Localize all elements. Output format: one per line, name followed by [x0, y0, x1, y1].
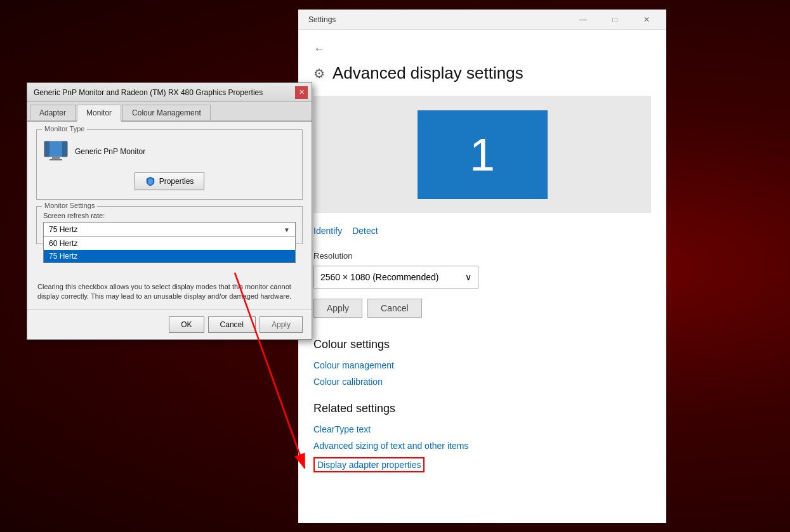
resolution-dropdown[interactable]: 2560 × 1080 (Recommended) ∨ [313, 266, 478, 289]
dialog-titlebar: Generic PnP Monitor and Radeon (TM) RX 4… [27, 83, 312, 102]
page-title: Advanced display settings [332, 63, 523, 83]
dropdown-option-60hz[interactable]: 60 Hertz [44, 237, 295, 250]
tab-monitor[interactable]: Monitor [77, 105, 121, 122]
action-buttons: Apply Cancel [313, 299, 651, 318]
disclaimer-text: Clearing this checkbox allows you to sel… [36, 282, 303, 302]
close-button[interactable]: ✕ [632, 10, 661, 30]
dialog-title: Generic PnP Monitor and Radeon (TM) RX 4… [34, 88, 263, 97]
tab-colour-management[interactable]: Colour Management [122, 105, 211, 120]
colour-settings-title: Colour settings [313, 338, 651, 351]
advanced-sizing-link[interactable]: Advanced sizing of text and other items [313, 441, 651, 451]
display-adapter-properties-link[interactable]: Display adapter properties [313, 457, 425, 472]
svg-rect-1 [49, 141, 62, 157]
dialog-close-button[interactable]: ✕ [295, 86, 308, 99]
dialog-footer: OK Cancel Apply [27, 309, 312, 339]
properties-btn-label: Properties [159, 177, 194, 186]
refresh-rate-value: 75 Hertz [49, 225, 77, 234]
dropdown-list: 60 Hertz 75 Hertz [43, 237, 296, 263]
maximize-button[interactable]: □ [600, 10, 629, 30]
monitor-preview-box[interactable]: 1 [418, 110, 548, 199]
resolution-label: Resolution [313, 251, 651, 261]
properties-button[interactable]: Properties [135, 172, 205, 190]
detect-button[interactable]: Detect [352, 226, 378, 236]
monitor-type-label: Monitor Type [42, 125, 87, 133]
colour-calibration-link[interactable]: Colour calibration [313, 377, 651, 387]
tab-adapter[interactable]: Adapter [30, 105, 76, 120]
svg-rect-2 [52, 157, 60, 159]
dialog-tabs: Adapter Monitor Colour Management [27, 102, 312, 122]
properties-dialog: Generic PnP Monitor and Radeon (TM) RX 4… [27, 82, 312, 340]
monitor-settings-label: Monitor Settings [42, 202, 97, 209]
back-navigation: ← [313, 42, 651, 56]
settings-window: Settings — □ ✕ ← ⚙ Advanced display sett… [298, 10, 666, 523]
settings-titlebar: Settings — □ ✕ [298, 10, 666, 30]
cancel-button[interactable]: Cancel [208, 316, 256, 333]
refresh-rate-dropdown[interactable]: 75 Hertz ▼ [43, 222, 296, 237]
settings-title: Settings [308, 15, 336, 24]
ok-button[interactable]: OK [169, 316, 204, 333]
monitor-icon [43, 140, 69, 162]
colour-settings-section: Colour settings Colour management Colour… [313, 338, 651, 387]
dropdown-arrow-icon: ▼ [284, 226, 290, 233]
monitor-type-row: Generic PnP Monitor [43, 140, 296, 162]
cancel-button[interactable]: Cancel [367, 299, 422, 318]
svg-rect-3 [49, 159, 62, 160]
monitor-number: 1 [470, 129, 495, 181]
resolution-value: 2560 × 1080 (Recommended) [320, 272, 438, 282]
settings-content: ← ⚙ Advanced display settings 1 Identify… [298, 30, 666, 523]
monitor-type-group: Monitor Type Generic PnP Monitor [36, 129, 303, 200]
monitor-settings-group: Monitor Settings Screen refresh rate: 75… [36, 206, 303, 244]
monitor-name: Generic PnP Monitor [75, 147, 145, 156]
apply-button[interactable]: Apply [313, 299, 362, 318]
settings-header: ⚙ Advanced display settings [313, 63, 651, 83]
back-button[interactable]: ← [313, 42, 325, 56]
dropdown-option-75hz[interactable]: 75 Hertz [44, 250, 295, 263]
display-preview: 1 [313, 96, 651, 213]
display-adapter-link-wrapper: Display adapter properties [313, 457, 651, 472]
identify-detect-row: Identify Detect [313, 226, 651, 236]
cleartype-link[interactable]: ClearType text [313, 424, 651, 434]
refresh-rate-label: Screen refresh rate: [43, 212, 296, 219]
colour-management-link[interactable]: Colour management [313, 360, 651, 370]
related-settings-section: Related settings ClearType text Advanced… [313, 402, 651, 472]
apply-button[interactable]: Apply [260, 316, 303, 333]
related-settings-title: Related settings [313, 402, 651, 415]
minimize-button[interactable]: — [569, 10, 598, 30]
titlebar-controls: — □ ✕ [569, 10, 661, 30]
dropdown-chevron-icon: ∨ [465, 272, 471, 282]
disclaimer-area: Clearing this checkbox allows you to sel… [36, 282, 303, 302]
identify-button[interactable]: Identify [313, 226, 342, 236]
refresh-dropdown-wrapper: 75 Hertz ▼ 60 Hertz 75 Hertz [43, 222, 296, 237]
display-settings-icon: ⚙ [313, 66, 325, 81]
shield-icon [145, 176, 155, 186]
dialog-body: Monitor Type Generic PnP Monitor [27, 122, 312, 309]
